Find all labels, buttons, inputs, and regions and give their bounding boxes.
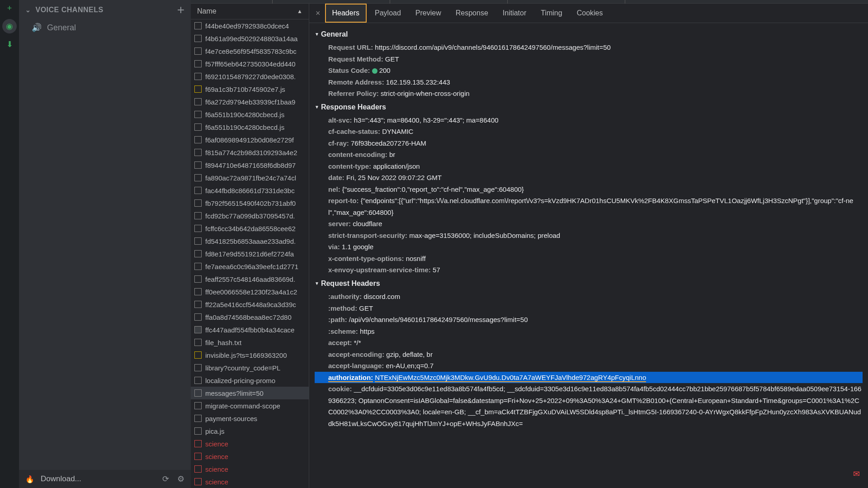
file-icon [194,161,202,169]
file-icon [194,415,202,422]
file-icon [194,351,202,359]
request-row[interactable]: fac44fbd8c86661d7331de3bc [191,184,309,197]
tab-initiator[interactable]: Initiator [496,5,533,22]
request-row[interactable]: ff0ee0066558e1230f23a4a1c2 [191,285,309,298]
request-list[interactable]: f44be40ed9792938c0dcec4f4b61a99ed5029248… [191,19,309,488]
chevron-down-icon: ⌄ [25,6,31,14]
header-row[interactable]: cf-cache-status: DYNAMIC [315,126,863,137]
header-row[interactable]: cf-ray: 76f93bceda207276-HAM [315,137,863,149]
header-row[interactable]: strict-transport-security: max-age=31536… [315,230,863,242]
header-row[interactable]: accept: */* [315,337,863,349]
request-row[interactable]: ffc447aadf554fbb0b4a34cace [191,323,309,336]
close-icon[interactable]: × [313,9,323,18]
request-name: migrate-command-scope [205,402,280,410]
request-row[interactable]: localized-pricing-promo [191,374,309,387]
request-row[interactable]: fcd92bc77a099db37095457d. [191,209,309,222]
request-row[interactable]: f4e7ce8e56f954f5835783c9bc [191,45,309,57]
header-row[interactable]: cookie: __dcfduid=3305e3d06c9e11ed83a8b5… [315,383,863,429]
tab-payload[interactable]: Payload [368,5,407,22]
request-row[interactable]: f6a272d9794eb33939cf1baa9 [191,95,309,108]
request-row[interactable]: f4b61a99ed5029248803a14aa [191,32,309,45]
header-row[interactable]: date: Fri, 25 Nov 2022 09:07:22 GMT [315,172,863,184]
request-row[interactable]: fd8e17e9d551921d6ef2724fa [191,247,309,260]
header-row[interactable]: accept-encoding: gzip, deflate, br [315,349,863,360]
request-row[interactable]: science [191,450,309,463]
timeline-ruler[interactable] [191,0,868,4]
request-row[interactable]: science [191,475,309,488]
header-row[interactable]: nel: {"success_fraction":0,"report_to":"… [315,184,863,195]
download-label[interactable]: Download... [41,474,81,483]
request-row[interactable]: library?country_code=PL [191,361,309,374]
tab-timing[interactable]: Timing [534,5,568,22]
request-row[interactable]: file_hash.txt [191,336,309,349]
section-request-headers[interactable]: ▼Request Headers [315,276,863,291]
request-row[interactable]: migrate-command-scope [191,399,309,412]
request-row[interactable]: f8944710e64871658f6db8d97 [191,159,309,171]
request-row[interactable]: ff22a5e416ccf5448a9ca3d39c [191,298,309,311]
header-row[interactable]: :scheme: https [315,326,863,337]
explore-icon[interactable]: ◉ [2,19,17,33]
header-row[interactable]: content-encoding: br [315,149,863,161]
file-icon [194,123,202,131]
request-row[interactable]: fe7aeea6c0c96a39eefc1d2771 [191,260,309,273]
request-row[interactable]: payment-sources [191,412,309,425]
file-icon [194,453,202,460]
header-row[interactable]: content-type: application/json [315,161,863,172]
header-row[interactable]: :path: /api/v9/channels/9460161786424975… [315,314,863,326]
mail-badge-icon[interactable]: ✉ [853,469,860,479]
request-row[interactable]: f69a1c3b710b745902e7.js [191,83,309,95]
header-row[interactable]: via: 1.1 google [315,241,863,253]
request-name: f815a774c2b98d3109293a4e2 [205,149,297,156]
request-row[interactable]: messages?limit=50 [191,387,309,399]
voice-channel-general[interactable]: 🔊 General [24,20,186,35]
authorization-header-row[interactable]: authorization: NTExNjEwMzc5Mzc0Mjk3MDkw.… [315,372,863,384]
request-row[interactable]: ffa0a8d74568beaa8ec72d80 [191,311,309,323]
request-row[interactable]: fa890ac72a9871fbe24c7a74cl [191,171,309,184]
request-row[interactable]: fcffc6cc34b642da86558cee62 [191,222,309,235]
add-channel-icon[interactable]: + [177,3,184,17]
header-row[interactable]: alt-svc: h3=":443"; ma=86400, h3-29=":44… [315,114,863,126]
gear-icon[interactable]: ⚙ [177,474,184,484]
section-response-headers[interactable]: ▼Response Headers [315,99,863,114]
request-name: f6a551b190c4280cbecd.js [205,123,284,131]
request-row[interactable]: invisible.js?ts=1669363200 [191,349,309,361]
request-row[interactable]: f815a774c2b98d3109293a4e2 [191,146,309,159]
request-row[interactable]: f6a551b190c4280cbecd.js [191,108,309,121]
header-row[interactable]: report-to: {"endpoints":[{"url":"https:\… [315,195,863,218]
request-row[interactable]: fb792f56515490f402b731abf0 [191,197,309,209]
name-column-header[interactable]: Name ▲ [191,4,309,19]
refresh-icon[interactable]: ⟳ [162,474,169,484]
request-row[interactable]: fd541825b6853aaae233ad9d. [191,235,309,247]
request-row[interactable]: science [191,463,309,475]
header-row[interactable]: :authority: discord.com [315,291,863,303]
file-icon [194,364,202,371]
section-general[interactable]: ▼General [315,27,863,42]
file-icon [194,326,202,333]
file-icon [194,136,202,143]
header-row[interactable]: x-content-type-options: nosniff [315,253,863,265]
tab-response[interactable]: Response [449,5,495,22]
download-icon[interactable]: ⬇ [2,37,17,52]
request-row[interactable]: f69210154879227d0ede0308. [191,70,309,83]
header-row[interactable]: server: cloudflare [315,218,863,230]
flame-icon[interactable]: 🔥 [25,474,34,483]
tab-preview[interactable]: Preview [409,5,448,22]
request-row[interactable]: science [191,437,309,450]
voice-channels-header[interactable]: ⌄ VOICE CHANNELS [25,6,104,14]
header-row[interactable]: :method: GET [315,303,863,314]
headers-body[interactable]: ▼General Request URL: https://discord.co… [309,23,868,488]
header-row[interactable]: accept-language: en-AU,en;q=0.7 [315,360,863,372]
request-row[interactable]: pica.js [191,425,309,437]
tab-cookies[interactable]: Cookies [571,5,609,22]
request-row[interactable]: f6af0869894912b0d08e2729f [191,133,309,146]
request-row[interactable]: feaff2557c548146aad83669d. [191,273,309,285]
request-row[interactable]: f44be40ed9792938c0dcec4 [191,19,309,32]
request-row[interactable]: f57fff65eb6427350304edd440 [191,57,309,70]
header-row[interactable]: x-envoy-upstream-service-time: 57 [315,264,863,276]
file-icon [194,149,202,156]
request-name: ffc447aadf554fbb0b4a34cace [205,326,294,334]
tab-headers[interactable]: Headers [325,4,367,23]
request-row[interactable]: f6a551b190c4280cbecd.js [191,121,309,133]
add-server-icon[interactable]: + [2,1,17,15]
request-name: f69a1c3b710b745902e7.js [205,85,285,93]
